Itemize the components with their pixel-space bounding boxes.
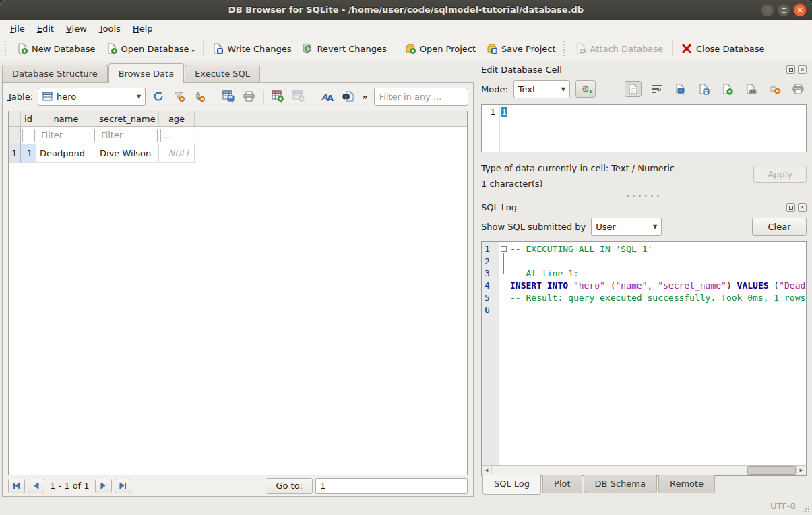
revert-changes-button[interactable]: Revert Changes bbox=[296, 40, 392, 57]
write-changes-button[interactable]: Write Changes bbox=[207, 40, 296, 57]
maximize-icon bbox=[782, 8, 786, 13]
sql-log-line: 2-- bbox=[482, 255, 806, 268]
new-database-button[interactable]: New Database bbox=[11, 40, 101, 57]
clear-sorting-button[interactable] bbox=[191, 88, 208, 104]
goto-input[interactable]: 1 bbox=[315, 478, 468, 494]
sql-log-title: SQL Log bbox=[481, 202, 784, 212]
column-header-id[interactable]: id bbox=[21, 111, 36, 126]
first-page-button[interactable] bbox=[8, 479, 25, 493]
insert-record-button[interactable] bbox=[270, 88, 286, 104]
auto-switch-mode-button[interactable]: ⚙➤ bbox=[575, 80, 596, 98]
print-button[interactable] bbox=[241, 88, 257, 104]
browse-toolbar-separator bbox=[214, 90, 214, 103]
titlebar[interactable]: DB Browser for SQLite - /home/user/code/… bbox=[0, 0, 812, 20]
save-project-button[interactable]: Save Project bbox=[481, 40, 561, 57]
filter-any-input[interactable]: Filter in any ... bbox=[374, 88, 468, 106]
cell-id[interactable]: 1 bbox=[21, 144, 36, 163]
filter-input-id[interactable] bbox=[22, 129, 35, 142]
tab-browse-data[interactable]: Browse Data bbox=[108, 63, 185, 83]
tab-db-schema[interactable]: DB Schema bbox=[584, 475, 657, 493]
dock-splitter-handle[interactable]: •••••• bbox=[481, 191, 807, 200]
tab-database-structure[interactable]: Database Structure bbox=[2, 65, 108, 83]
fold-margin bbox=[499, 292, 509, 304]
sql-source-select[interactable]: User ▼ bbox=[591, 218, 662, 236]
clear-log-button[interactable]: Clear bbox=[752, 218, 807, 236]
open-project-button[interactable]: Open Project bbox=[400, 40, 481, 57]
fold-margin bbox=[499, 304, 509, 316]
sql-log-line: 6 bbox=[482, 304, 806, 316]
close-panel-button[interactable]: ✕ bbox=[798, 65, 807, 74]
sql-log-line: 4INSERT INTO "hero" ("name", "secret_nam… bbox=[482, 280, 806, 292]
export-data-button[interactable] bbox=[695, 81, 712, 97]
clear-filters-button[interactable] bbox=[171, 88, 187, 104]
column-header-age[interactable]: age bbox=[159, 111, 195, 126]
maximize-button[interactable] bbox=[777, 3, 790, 17]
print-cell-button[interactable] bbox=[790, 81, 807, 97]
word-wrap-button[interactable] bbox=[648, 81, 665, 97]
close-database-button[interactable]: Close Database bbox=[676, 40, 770, 57]
import-data-button[interactable] bbox=[672, 81, 689, 97]
tab-remote[interactable]: Remote bbox=[658, 475, 715, 493]
toolbar-drag-handle[interactable] bbox=[563, 41, 567, 56]
minimize-button[interactable]: — bbox=[761, 3, 774, 17]
cell-editor[interactable]: 1 1 bbox=[481, 104, 807, 152]
sql-log-editor[interactable]: 1−-- EXECUTING ALL IN 'SQL 1'2--3-- At l… bbox=[481, 241, 807, 476]
find-in-table-button[interactable] bbox=[340, 88, 356, 104]
table-select[interactable]: hero ▼ bbox=[38, 88, 146, 106]
scroll-right-arrow[interactable]: ▶ bbox=[796, 466, 806, 475]
toolbar-drag-handle[interactable] bbox=[5, 41, 8, 56]
toolbar-overflow-chevron[interactable]: » bbox=[362, 92, 367, 102]
horizontal-scrollbar[interactable]: ◀ ▶ bbox=[482, 465, 806, 475]
fold-collapse-icon[interactable]: − bbox=[501, 246, 507, 252]
close-button[interactable]: ✕ bbox=[793, 3, 807, 17]
refresh-button[interactable] bbox=[150, 88, 166, 104]
open-in-external-button[interactable] bbox=[719, 81, 736, 97]
copy-link-button[interactable] bbox=[743, 81, 759, 97]
last-page-button[interactable] bbox=[115, 479, 131, 493]
close-panel-button[interactable]: ✕ bbox=[798, 203, 807, 212]
apply-button[interactable]: Apply bbox=[753, 166, 807, 183]
column-header-name[interactable]: name bbox=[36, 111, 96, 126]
set-null-button[interactable] bbox=[766, 81, 783, 97]
format-font-button[interactable]: AA bbox=[319, 88, 336, 104]
column-header-secret-name[interactable]: secret_name bbox=[96, 111, 159, 126]
tab-plot[interactable]: Plot bbox=[542, 475, 582, 493]
filter-input-secret-name[interactable]: Filter bbox=[98, 129, 158, 142]
menu-help[interactable]: Help bbox=[127, 22, 159, 35]
previous-page-button[interactable] bbox=[28, 479, 44, 493]
tab-execute-sql[interactable]: Execute SQL bbox=[185, 65, 260, 83]
attach-database-button[interactable]: Attach Database bbox=[570, 40, 668, 57]
mode-select[interactable]: Text ▼ bbox=[513, 80, 570, 98]
encoding-indicator[interactable]: UTF-8 bbox=[770, 501, 796, 511]
open-database-button[interactable]: Open Database ▾ bbox=[101, 40, 200, 57]
fold-margin[interactable]: − bbox=[499, 243, 509, 255]
toolbar-separator bbox=[396, 41, 396, 56]
filter-input-name[interactable]: Filter bbox=[38, 129, 95, 142]
export-table-button[interactable] bbox=[220, 88, 237, 104]
menu-view[interactable]: View bbox=[60, 22, 93, 35]
float-panel-button[interactable] bbox=[786, 203, 795, 212]
float-panel-button[interactable] bbox=[786, 65, 795, 74]
goto-button[interactable]: Go to: bbox=[266, 478, 313, 494]
app-window: DB Browser for SQLite - /home/user/code/… bbox=[0, 0, 812, 515]
filter-input-age[interactable]: ... bbox=[160, 129, 193, 142]
right-dock: Edit Database Cell ✕ Mode: Text ▼ ⚙➤ bbox=[476, 61, 812, 497]
resize-grip[interactable] bbox=[802, 505, 810, 513]
text-view-toggle[interactable] bbox=[625, 81, 642, 97]
cell-name[interactable]: Deadpond bbox=[36, 144, 96, 163]
row-header[interactable]: 1 bbox=[9, 144, 21, 163]
grid-corner[interactable] bbox=[9, 111, 21, 126]
tab-sql-log[interactable]: SQL Log bbox=[482, 475, 541, 495]
cell-secret-name[interactable]: Dive Wilson bbox=[96, 144, 159, 163]
next-page-button[interactable] bbox=[95, 479, 112, 493]
scroll-left-arrow[interactable]: ◀ bbox=[482, 466, 492, 475]
dock-tabbar: SQL Log Plot DB Schema Remote bbox=[481, 476, 807, 497]
open-database-dropdown-caret[interactable]: ▾ bbox=[191, 48, 194, 54]
scrollbar-thumb[interactable] bbox=[747, 466, 796, 475]
menu-tools[interactable]: Tools bbox=[93, 22, 127, 35]
cell-age[interactable]: NULL bbox=[159, 144, 195, 163]
cell-editor-content[interactable]: 1 bbox=[501, 107, 507, 117]
delete-record-button[interactable] bbox=[290, 88, 307, 104]
menu-file[interactable]: File bbox=[4, 22, 31, 35]
menu-edit[interactable]: Edit bbox=[31, 22, 60, 35]
